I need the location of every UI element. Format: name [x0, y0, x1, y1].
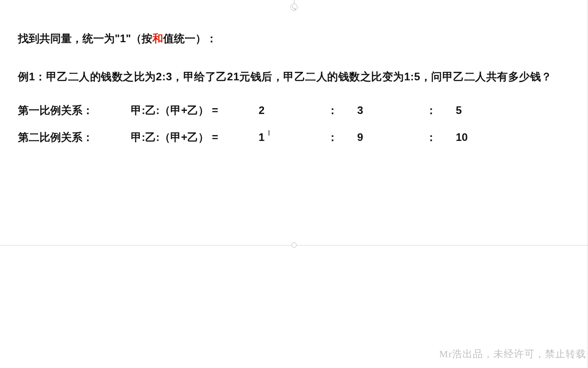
ratio1-colon1: ： — [308, 103, 357, 118]
page-top-marker — [290, 0, 298, 11]
ratio-row-1: 第一比例关系： 甲:乙:（甲+乙） = 2 ： 3 ： 5 — [14, 103, 572, 118]
text-cursor: 1 — [259, 131, 264, 143]
ratio1-expr: 甲:乙:（甲+乙） = — [131, 103, 259, 118]
ratio2-label: 第二比例关系： — [14, 130, 131, 145]
heading-prefix: 找到共同量，统一为"1"（按 — [18, 32, 152, 44]
ratio1-b: 3 — [357, 104, 406, 117]
ratio-block: 第一比例关系： 甲:乙:（甲+乙） = 2 ： 3 ： 5 第二比例关系： 甲:… — [14, 103, 572, 145]
ratio-row-2: 第二比例关系： 甲:乙:（甲+乙） = 1 ： 9 ： 10 — [14, 130, 572, 145]
heading-suffix: 值统一）： — [163, 32, 217, 44]
heading-line: 找到共同量，统一为"1"（按和值统一）： — [18, 31, 572, 46]
example-paragraph: 例1：甲乙二人的钱数之比为2:3，甲给了乙21元钱后，甲乙二人的钱数之比变为1:… — [18, 63, 572, 91]
ratio1-c: 5 — [456, 104, 505, 117]
document-page: 找到共同量，统一为"1"（按和值统一）： 例1：甲乙二人的钱数之比为2:3，甲给… — [0, 13, 588, 162]
ratio2-a: 1 — [259, 131, 308, 144]
ratio1-colon2: ： — [406, 103, 456, 118]
ratio2-colon2: ： — [406, 130, 456, 145]
heading-highlight: 和 — [152, 32, 163, 44]
ratio1-label: 第一比例关系： — [14, 103, 131, 118]
example-label: 例1： — [18, 70, 46, 83]
document-editing-area[interactable]: 找到共同量，统一为"1"（按和值统一）： 例1：甲乙二人的钱数之比为2:3，甲给… — [0, 0, 588, 368]
ratio1-a: 2 — [259, 104, 308, 117]
ratio2-b: 9 — [357, 131, 406, 144]
page-break-handle-icon — [291, 242, 297, 248]
ratio2-c: 10 — [456, 131, 505, 144]
page-separator — [0, 242, 588, 248]
example-text: 甲乙二人的钱数之比为2:3，甲给了乙21元钱后，甲乙二人的钱数之比变为1:5，问… — [46, 70, 552, 83]
ratio2-colon1: ： — [308, 130, 357, 145]
ratio2-expr: 甲:乙:（甲+乙） = — [131, 130, 259, 145]
footer-watermark: Mr浩出品，未经许可，禁止转载 — [439, 347, 586, 361]
